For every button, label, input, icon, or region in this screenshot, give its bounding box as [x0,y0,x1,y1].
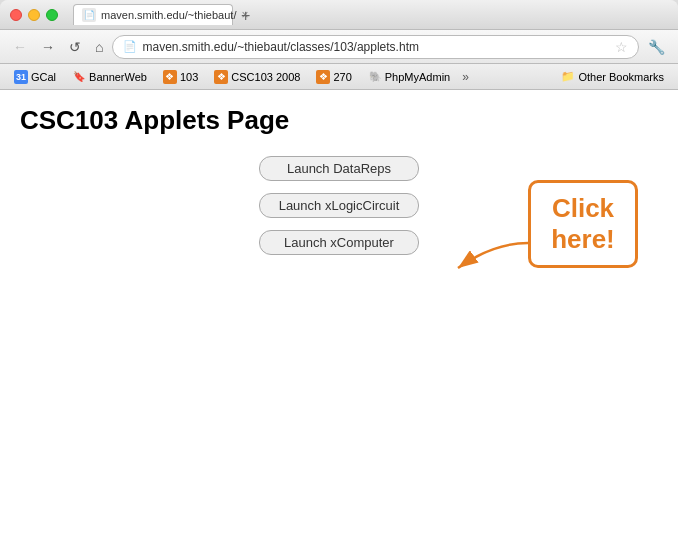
address-bar-page-icon: 📄 [123,40,137,53]
back-button[interactable]: ← [8,36,32,58]
address-bar[interactable]: 📄 maven.smith.edu/~thiebaut/classes/103/… [112,35,639,59]
launch-xcomputer-button[interactable]: Launch xComputer [259,230,419,255]
bookmark-phpmyadmin[interactable]: 🐘 PhpMyAdmin [362,68,456,86]
close-button[interactable] [10,9,22,21]
other-bookmarks[interactable]: 📁 Other Bookmarks [555,68,670,85]
home-button[interactable]: ⌂ [90,36,108,58]
browser-tab[interactable]: 📄 maven.smith.edu/~thiebaut/ × [73,4,233,25]
bannerweb-icon: 🔖 [72,70,86,84]
103-icon: ❖ [163,70,177,84]
callout-box: Click here! [528,180,638,268]
launch-datareps-button[interactable]: Launch DataReps [259,156,419,181]
new-tab-button[interactable]: + [237,7,254,25]
forward-button[interactable]: → [36,36,60,58]
launch-xlogiccircuit-button[interactable]: Launch xLogicCircuit [259,193,419,218]
phpmyadmin-label: PhpMyAdmin [385,71,450,83]
bookmark-bannerweb[interactable]: 🔖 BannerWeb [66,68,153,86]
bookmark-csc103[interactable]: ❖ CSC103 2008 [208,68,306,86]
tools-button[interactable]: 🔧 [643,36,670,58]
bookmark-103[interactable]: ❖ 103 [157,68,204,86]
reload-button[interactable]: ↺ [64,36,86,58]
address-text: maven.smith.edu/~thiebaut/classes/103/ap… [142,40,610,54]
minimize-button[interactable] [28,9,40,21]
tab-area: 📄 maven.smith.edu/~thiebaut/ × + [73,4,668,25]
bookmark-270[interactable]: ❖ 270 [310,68,357,86]
tab-favicon: 📄 [82,8,96,22]
callout-line1: Click [552,193,614,223]
page-title: CSC103 Applets Page [20,105,658,136]
title-bar: 📄 maven.smith.edu/~thiebaut/ × + [0,0,678,30]
csc103-icon: ❖ [214,70,228,84]
103-label: 103 [180,71,198,83]
tab-label: maven.smith.edu/~thiebaut/ [101,9,236,21]
bookmark-star-icon[interactable]: ☆ [615,39,628,55]
callout-line2: here! [551,224,615,254]
bannerweb-label: BannerWeb [89,71,147,83]
callout-container: Click here! [528,180,638,268]
270-icon: ❖ [316,70,330,84]
gcal-icon: 31 [14,70,28,84]
csc103-label: CSC103 2008 [231,71,300,83]
270-label: 270 [333,71,351,83]
page-content: CSC103 Applets Page Launch DataReps Laun… [0,90,678,556]
phpmyadmin-icon: 🐘 [368,70,382,84]
bookmark-gcal[interactable]: 31 GCal [8,68,62,86]
callout-arrow [453,238,533,278]
bookmarks-bar: 31 GCal 🔖 BannerWeb ❖ 103 ❖ CSC103 2008 … [0,64,678,90]
traffic-lights [10,9,58,21]
other-bookmarks-label: Other Bookmarks [578,71,664,83]
browser-window: 📄 maven.smith.edu/~thiebaut/ × + ← → ↺ ⌂… [0,0,678,556]
maximize-button[interactable] [46,9,58,21]
gcal-label: GCal [31,71,56,83]
folder-icon: 📁 [561,70,575,83]
more-bookmarks-icon[interactable]: » [462,70,469,84]
nav-bar: ← → ↺ ⌂ 📄 maven.smith.edu/~thiebaut/clas… [0,30,678,64]
